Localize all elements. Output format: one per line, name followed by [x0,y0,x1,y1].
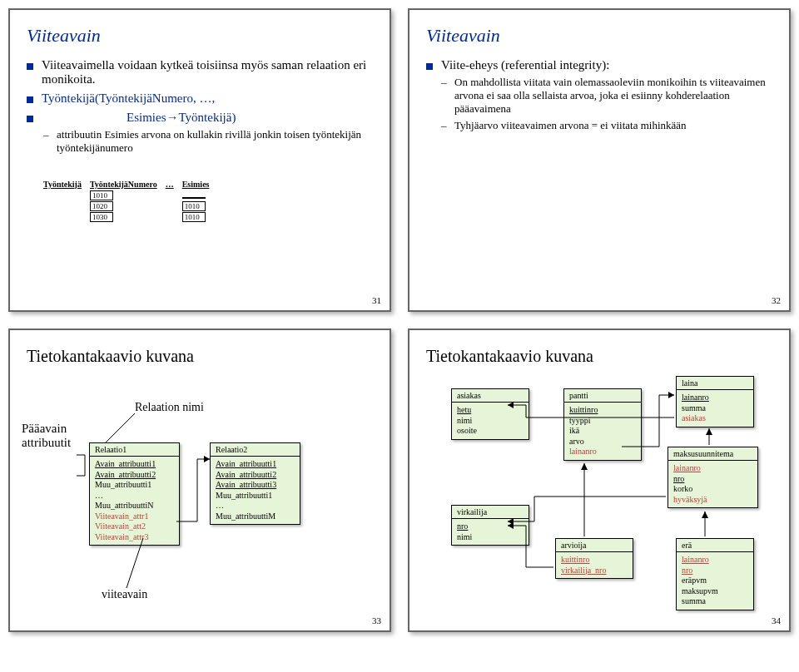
svg-marker-1 [668,392,674,398]
attr: … [95,491,174,502]
attr: asiakas [682,413,748,424]
attr: tyyppi [569,416,636,427]
erbox-relaatio2: Relaatio2 Avain_attribuutti1 Avain_attri… [210,442,300,525]
attr: kuittinro [561,555,628,566]
er-title: virkailija [452,506,529,519]
attr: kuittinro [569,405,636,416]
attr: ikä [569,426,636,437]
attr: Viiteavain_attr1 [95,511,174,522]
attr: Avain_attribuutti2 [216,470,295,481]
slide-title: Viiteavain [27,25,373,47]
cell: 1010 [90,190,113,200]
attr: lainanro [673,463,752,474]
er-title: maksusuunnitema [668,447,757,461]
slide-31: Viiteavain Viiteavaimella voidaan kytkeä… [8,8,391,312]
svg-marker-5 [706,428,712,435]
page-number: 34 [772,615,781,625]
bullet-list: Viiteavaimella voidaan kytkeä toisiinsa … [27,58,373,155]
bullet-list: Viite-eheys (referential integrity): On … [426,58,772,132]
er-title: Relaatio2 [211,443,300,457]
page-number: 32 [772,295,781,305]
cell [182,197,206,199]
bullet-item: Viite-eheys (referential integrity): On … [426,58,772,132]
attr: arvo [569,437,636,447]
attr: lainanro [682,393,748,403]
attr: lainanro [682,555,748,566]
slide-33: Tietokantakaavio kuvana Pääavain attribu… [8,329,391,632]
erbox-relaatio1: Relaatio1 Avain_attribuutti1 Avain_attri… [89,442,180,546]
attr: virkailija_nro [561,566,628,576]
bullet-text: Viite-eheys (referential integrity): [441,58,609,72]
attr: nro [457,521,524,532]
bullet-item: Työntekijä(TyöntekijäNumero, …, [27,91,373,106]
erbox-arvioija: arvioija kuittinro virkailija_nro [555,538,633,579]
col-header: Työntekijä [43,180,90,190]
bullet-item: Esimies→Työntekijä) attribuutin Esimies … [27,111,373,155]
sub-item: attribuutin Esimies arvona on kullakin r… [43,128,373,155]
attr: eräpvm [682,576,748,586]
attr: Viiteavain_att2 [95,521,174,532]
erbox-laina: laina lainanro summa asiakas [676,376,754,427]
er-title: asiakas [452,389,529,403]
attr: nro [673,474,752,485]
erbox-era: erä lainanro nro eräpvm maksupvm summa [676,538,754,610]
col-header: … [166,180,182,190]
erbox-maksusuunnitelma: maksusuunnitema lainanro nro korko hyväk… [667,447,758,508]
attr: hyväksyjä [673,495,752,506]
attr: summa [682,403,748,414]
slide-32: Viiteavain Viite-eheys (referential inte… [408,8,791,312]
slide-title: Viiteavain [426,25,772,47]
svg-marker-7 [702,511,708,518]
er-title: erä [677,539,753,552]
code-line: Työntekijä(TyöntekijäNumero, …, [42,91,215,105]
attr: nimi [457,532,524,543]
er-title: Relaatio1 [90,443,179,457]
attr: Muu_attribuutti1 [216,491,295,502]
er-title: laina [677,377,753,390]
attr: hetu [457,405,524,416]
page-number: 33 [372,615,381,625]
page-number: 31 [372,295,381,305]
attr: Muu_attribuuttiN [95,501,174,511]
diagram-title: Tietokantakaavio kuvana [426,347,772,366]
attr: lainanro [569,447,636,457]
label-relaation-nimi: Relaation nimi [135,401,204,414]
attr: Viiteavain_attr3 [95,532,174,543]
diagram-title: Tietokantakaavio kuvana [27,347,373,366]
er-title: pantti [564,389,641,403]
attr: korko [673,484,752,495]
er-title: arvioija [556,539,633,552]
connector-lines [10,330,391,632]
svg-marker-3 [581,463,588,470]
attr: Avain_attribuutti3 [216,480,295,491]
attr: maksupvm [682,586,748,597]
label-viiteavain: viiteavain [102,588,147,601]
employee-table: Työntekijä TyöntekijäNumero … Esimies 10… [43,180,217,223]
sub-item: On mahdollista viitata vain olemassaolev… [441,76,772,116]
attr: nro [682,566,748,576]
attr: nimi [457,416,524,427]
attr: … [216,501,295,511]
erbox-asiakas: asiakas hetu nimi osoite [451,388,529,440]
attr: Avain_attribuutti1 [95,459,174,470]
attr: summa [682,596,748,607]
sub-item: Tyhjäarvo viiteavaimen arvona = ei viita… [441,119,772,132]
cell: 1010 [182,212,206,222]
col-header: Esimies [182,180,218,190]
cell: 1020 [90,201,113,211]
attr: Avain_attribuutti2 [95,470,174,481]
erbox-virkailija: virkailija nro nimi [451,505,529,546]
col-header: TyöntekijäNumero [90,180,166,190]
attr: Muu_attribuuttiM [216,511,295,522]
code-line: Esimies→Työntekijä) [127,111,236,124]
cell: 1030 [90,212,113,222]
attr: Avain_attribuutti1 [216,459,295,470]
attr: osoite [457,426,524,437]
slide-34: Tietokantakaavio kuvana asiakas hetu nim… [408,329,791,632]
attr: Muu_attribuutti1 [95,480,174,491]
svg-marker-0 [204,456,210,462]
erbox-pantti: pantti kuittinro tyyppi ikä arvo lainanr… [563,388,642,461]
label-paaavain: Pääavain attribuutit [22,422,71,450]
cell: 1010 [182,201,206,211]
bullet-item: Viiteavaimella voidaan kytkeä toisiinsa … [27,58,373,86]
